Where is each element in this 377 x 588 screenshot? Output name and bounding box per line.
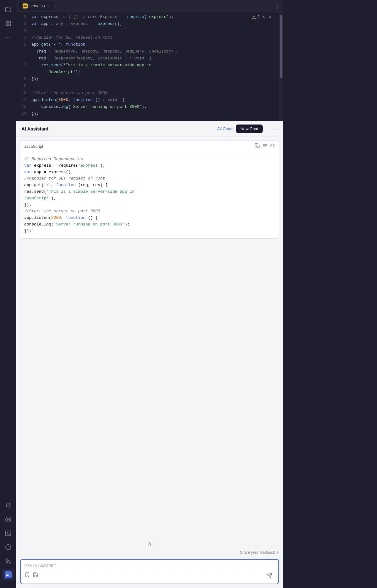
svg-rect-2 (6, 24, 8, 26)
bookmark-button[interactable] (25, 572, 30, 579)
collapse-row: ∧ (16, 538, 283, 549)
ai-panel-header: AI Assistant All Chats New Chat ⋮ — (16, 121, 283, 136)
svg-point-13 (9, 562, 10, 563)
format-code-button[interactable] (262, 143, 267, 149)
tab-more-button[interactable]: ⋮ (275, 3, 280, 9)
js-file-icon: JS (23, 3, 28, 8)
warning-icon: ⚠ (252, 14, 256, 19)
svg-rect-3 (8, 24, 10, 26)
code-line-10: 10 //Start the server on port 3000 (16, 91, 283, 97)
scrollbar-thumb[interactable] (280, 15, 282, 78)
ai-input-icons (25, 572, 38, 579)
code-line-12: 12 console.log('Server running on port 3… (16, 104, 283, 111)
git-icon[interactable] (3, 555, 14, 567)
server-js-tab[interactable]: JS server.js × (19, 2, 54, 10)
blocks-icon[interactable] (3, 18, 14, 29)
error-circle-icon[interactable] (3, 541, 14, 553)
main-content: JS server.js × ⋮ ⚠ 3 ∧ ∨ 2 var express :… (16, 0, 283, 588)
ai-content-area: JavaScript (16, 136, 283, 538)
terminal-icon[interactable] (3, 528, 14, 539)
editor-scrollbar[interactable] (279, 12, 283, 121)
code-line-7b: JavaScript'); (16, 70, 283, 77)
svg-rect-19 (257, 145, 260, 148)
insert-code-button[interactable] (270, 143, 275, 149)
sidebar: ··· (0, 0, 16, 588)
play-circle-icon[interactable] (3, 514, 14, 525)
code-line-7: 7 res.send('This is a simple server-side… (16, 63, 283, 70)
code-line-6: 6 app.get('/_', function (16, 42, 283, 49)
collapse-button[interactable]: ∧ (148, 540, 152, 547)
code-line-5: 5 //Handler for GET request on root (16, 35, 283, 42)
code-line-6b: (req : Request<P, ResBody, ReqBody, ReqQ… (16, 49, 283, 56)
code-line-9: 9 (16, 84, 283, 91)
code-line-13: 13 }); (16, 111, 283, 118)
svg-text:AI: AI (6, 573, 9, 577)
warning-count: 3 (257, 15, 260, 19)
folder-icon[interactable] (3, 4, 14, 15)
tab-bar: JS server.js × ⋮ (16, 0, 283, 12)
ai-input-box[interactable]: Ask AI Assistant (20, 559, 279, 584)
code-block-body: // Required Dependencies var express = r… (20, 152, 279, 238)
copy-code-button[interactable] (255, 143, 260, 149)
code-line-2: 2 var express :e | () => core.Express = … (16, 14, 283, 21)
code-line-6c: res : Response<ResBody, LocalsObj> ) : v… (16, 56, 283, 63)
code-line-8: 8 }); (16, 77, 283, 84)
prev-warning-button[interactable]: ∧ (261, 14, 266, 20)
feedback-link[interactable]: Share your feedback ↗ (240, 550, 279, 555)
ai-input-footer (25, 570, 275, 580)
tab-close-button[interactable]: × (46, 3, 50, 8)
feedback-row: Share your feedback ↗ (16, 549, 283, 557)
save-button[interactable] (33, 572, 38, 579)
code-line-11: 11 app.listen(3000, function () : void { (16, 97, 283, 104)
ai-code-block: JavaScript (20, 140, 279, 239)
ai-input-placeholder: Ask AI Assistant (25, 563, 275, 568)
code-line-4: 4 (16, 28, 283, 35)
ai-assistant-panel: AI Assistant All Chats New Chat ⋮ — Java… (16, 121, 283, 588)
code-language-label: JavaScript (24, 144, 255, 149)
code-block-header: JavaScript (20, 141, 279, 152)
code-block-actions (255, 143, 275, 149)
svg-rect-1 (8, 21, 10, 23)
ai-input-area: Ask AI Assistant (16, 557, 283, 588)
more-dots-icon[interactable]: ··· (3, 31, 14, 43)
bell-icon[interactable] (3, 500, 14, 511)
all-chats-link[interactable]: All Chats (217, 126, 233, 131)
svg-rect-0 (6, 21, 8, 23)
editor-warning: ⚠ 3 ∧ ∨ (252, 14, 273, 20)
send-button[interactable] (265, 570, 275, 580)
new-chat-button[interactable]: New Chat (236, 125, 263, 133)
code-line-3: 3 var app : any | Express = express(); (16, 21, 283, 28)
ai-panel-title: AI Assistant (21, 126, 217, 131)
ai-more-button[interactable]: ⋮ (265, 125, 271, 132)
svg-point-14 (6, 559, 7, 560)
next-warning-button[interactable]: ∨ (267, 14, 273, 20)
ai-minimize-button[interactable]: — (272, 125, 278, 132)
svg-marker-7 (8, 519, 9, 521)
code-editor: ⚠ 3 ∧ ∨ 2 var express :e | () => core.Ex… (16, 12, 283, 121)
jetbrains-icon[interactable]: AI (3, 569, 14, 580)
tab-filename: server.js (30, 3, 45, 8)
